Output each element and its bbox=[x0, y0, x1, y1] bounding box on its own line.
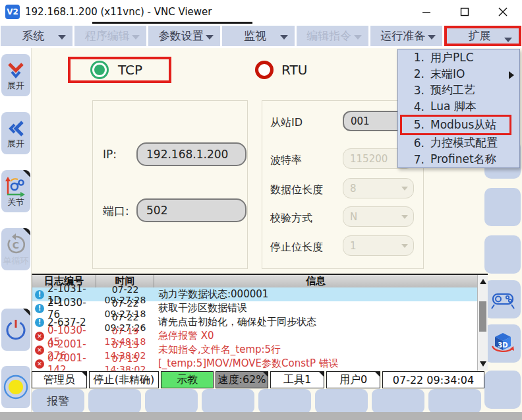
menu-item-run-prep[interactable]: 运行准备 bbox=[370, 26, 442, 46]
databits-label: 数据位长度 bbox=[270, 183, 323, 197]
extension-dropdown-menu: 1.用户PLC 2.末端IO 3.预约工艺 4.Lua 脚本 5.Modbus从… bbox=[397, 49, 520, 168]
chevron-down-icon bbox=[504, 38, 512, 42]
record-button[interactable] bbox=[1, 366, 30, 408]
tcp-option-highlight[interactable]: TCP bbox=[68, 57, 171, 83]
menu-item-edit-instruction[interactable]: 编辑指令 bbox=[297, 26, 368, 46]
vnc-logo-icon: V2 bbox=[5, 5, 20, 19]
menu-item-program-edit[interactable]: 程序编辑 bbox=[74, 26, 146, 46]
bottom-button-3[interactable] bbox=[145, 389, 198, 413]
bottom-button-row: 报警 bbox=[32, 389, 481, 413]
speed-status[interactable]: 速度:62% bbox=[216, 371, 268, 388]
chevron-down-icon bbox=[132, 35, 140, 40]
maximize-button[interactable] bbox=[446, 0, 484, 24]
scrollbar-thumb[interactable] bbox=[479, 301, 486, 332]
scroll-down-icon[interactable] bbox=[478, 359, 488, 369]
joint-mode-button[interactable]: 关节 bbox=[1, 170, 30, 212]
robot-joint-icon bbox=[4, 176, 28, 197]
log-header-msg: 信息 bbox=[154, 275, 477, 287]
ip-field[interactable]: 192.168.1.200 bbox=[136, 142, 246, 166]
cube-3d-icon: 3D bbox=[488, 330, 517, 357]
single-cycle-button[interactable]: C 单循环 bbox=[1, 228, 30, 270]
ext-menu-item-end-io[interactable]: 2.末端IO bbox=[398, 66, 519, 82]
role-status[interactable]: 管理员 bbox=[32, 371, 87, 388]
double-chevron-down-icon bbox=[6, 61, 26, 80]
user-status[interactable]: 用户0 bbox=[326, 371, 380, 388]
chevron-down-icon bbox=[401, 187, 408, 191]
stopbits-select: 1 bbox=[343, 235, 414, 256]
svg-text:3D: 3D bbox=[498, 342, 508, 349]
alarm-button[interactable]: 报警 bbox=[32, 389, 84, 413]
scroll-up-icon[interactable] bbox=[478, 276, 488, 287]
rtu-radio-unselected[interactable] bbox=[255, 61, 274, 79]
jog-controller-button[interactable] bbox=[484, 280, 521, 318]
datetime-display: 07-22 09:34:04 bbox=[382, 371, 484, 388]
right-sidebar-button-2[interactable] bbox=[484, 188, 521, 226]
gamepad-icon bbox=[488, 289, 517, 310]
menu-item-system[interactable]: 系统 bbox=[1, 26, 72, 46]
tcp-radio-selected[interactable] bbox=[90, 61, 109, 79]
ext-menu-item-user-plc[interactable]: 1.用户PLC bbox=[398, 49, 519, 66]
single-cycle-icon: C bbox=[5, 233, 27, 256]
bottom-button-2[interactable] bbox=[88, 389, 141, 413]
vnc-viewer-window: V2 192.168.1.200 (x11vnc) - VNC Viewer 系… bbox=[0, 0, 522, 420]
chevron-down-icon bbox=[401, 244, 408, 248]
chevron-down-icon bbox=[401, 215, 408, 219]
right-sidebar-button-3[interactable] bbox=[484, 235, 521, 274]
mode-status: 示教 bbox=[161, 371, 214, 388]
ext-menu-item-profinet-name[interactable]: 7.Profinet名称 bbox=[398, 151, 519, 167]
bottom-button-5[interactable] bbox=[258, 389, 311, 413]
bottom-button-6[interactable] bbox=[315, 389, 368, 413]
databits-select: 8 bbox=[343, 178, 414, 198]
port-field[interactable]: 502 bbox=[136, 198, 246, 222]
window-controls bbox=[407, 0, 522, 24]
tool-status[interactable]: 工具1 bbox=[270, 371, 324, 388]
ext-menu-item-reserved-process[interactable]: 3.预约工艺 bbox=[398, 82, 519, 98]
menu-item-monitor[interactable]: 监视 bbox=[222, 26, 294, 46]
right-sidebar-button-6[interactable] bbox=[484, 371, 521, 409]
menu-item-param-settings[interactable]: 参数设置 bbox=[148, 26, 220, 46]
ext-menu-item-force-control[interactable]: 6.力控模式配置 bbox=[398, 135, 519, 152]
svg-text:C: C bbox=[13, 240, 19, 251]
close-button[interactable] bbox=[484, 0, 522, 24]
chevron-down-icon bbox=[58, 35, 66, 40]
error-icon bbox=[35, 359, 44, 369]
status-bar: 管理员 停止(非精确) 示教 速度:62% 工具1 用户0 07-22 09:3… bbox=[32, 371, 484, 388]
expand-left-button[interactable]: 展开 bbox=[1, 112, 30, 154]
chevron-down-icon bbox=[428, 35, 436, 40]
double-chevron-left-icon bbox=[6, 119, 26, 138]
parity-select: N bbox=[343, 206, 414, 227]
bottom-strip bbox=[0, 412, 522, 420]
parity-label: 校验方式 bbox=[270, 212, 312, 225]
view-3d-button[interactable]: 3D bbox=[484, 324, 521, 363]
chevron-down-icon bbox=[280, 35, 288, 40]
power-icon bbox=[3, 317, 28, 342]
log-scrollbar[interactable] bbox=[477, 275, 488, 371]
main-area: 展开 展开 关节 bbox=[0, 48, 522, 420]
menu-bar: 系统 程序编辑 参数设置 监视 编辑指令 运行准备 扩展 bbox=[0, 24, 522, 48]
menu-item-extension[interactable]: 扩展 bbox=[444, 26, 521, 46]
ext-menu-item-modbus-slave[interactable]: 5.Modbus从站 bbox=[400, 115, 511, 135]
window-title: 192.168.1.200 (x11vnc) - VNC Viewer bbox=[25, 6, 212, 18]
power-button[interactable] bbox=[1, 309, 30, 351]
port-label: 端口: bbox=[103, 204, 129, 219]
submenu-arrow-icon bbox=[509, 71, 514, 79]
log-row[interactable]: 0-2001-142 07-15 14:38:02 [_temp:5]MOV/M… bbox=[32, 357, 477, 371]
stopbits-label: 停止位长度 bbox=[270, 241, 323, 255]
motion-status: 停止(非精确) bbox=[89, 371, 159, 388]
expand-down-button[interactable]: 展开 bbox=[1, 54, 30, 96]
tcp-settings-panel: IP: 192.168.1.200 端口: 502 bbox=[92, 100, 248, 269]
rtu-option[interactable]: RTU bbox=[255, 61, 307, 79]
slave-id-label: 从站ID bbox=[270, 116, 303, 130]
rtu-label: RTU bbox=[281, 62, 307, 78]
bottom-button-8[interactable] bbox=[428, 389, 481, 413]
chevron-down-icon bbox=[206, 35, 214, 40]
chevron-down-icon bbox=[354, 35, 362, 40]
record-icon bbox=[3, 374, 29, 400]
bottom-button-4[interactable] bbox=[202, 389, 254, 413]
info-icon bbox=[35, 304, 44, 313]
ext-menu-item-lua-script[interactable]: 4.Lua 脚本 bbox=[398, 98, 519, 115]
bottom-button-7[interactable] bbox=[372, 389, 424, 413]
log-panel: 日志编号 时间 信息 2-1031-1D 07-22 09:27:28 动力学数… bbox=[32, 274, 488, 371]
minimize-button[interactable] bbox=[407, 0, 446, 24]
baudrate-label: 波特率 bbox=[270, 154, 302, 167]
